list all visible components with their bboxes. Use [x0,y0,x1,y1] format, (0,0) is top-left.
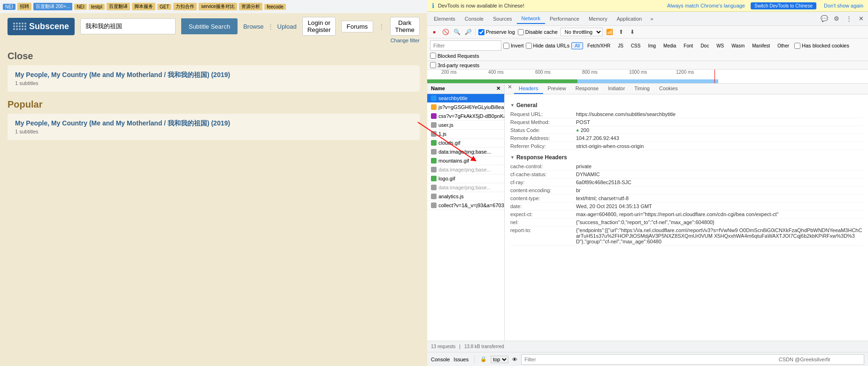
filter-icon[interactable]: 🔍 [453,28,461,36]
filter-fetch[interactable]: Fetch/XHR [584,42,614,49]
has-blocked-checkbox[interactable]: Has blocked cookies [794,43,849,49]
close-details-icon[interactable]: ✕ [507,84,512,94]
tab-console[interactable]: Console [460,14,488,23]
close-col-icon: ✕ [496,86,500,92]
det-tab-initiator[interactable]: Initiator [603,84,630,94]
bookmark-resource[interactable]: 资源分析 [239,3,262,10]
bookmark-translate2[interactable]: 百度翻译 [107,3,130,10]
file-item-mountains[interactable]: mountains.gif [427,156,504,165]
file-item-analytics[interactable]: analytics.js [427,192,504,201]
file-item-css1[interactable]: css?v=7gFkAkX5jD-dB0pnKag... [427,112,504,121]
file-item-data2[interactable]: data:image/png;base... [427,165,504,174]
det-tab-headers[interactable]: Headers [514,84,543,94]
bookmark-leetcode[interactable]: 力扣合作 [173,3,197,10]
bookmark-nei2[interactable]: NEI [74,4,87,10]
close-devtools-icon[interactable]: ✕ [856,14,866,24]
filter-font[interactable]: Font [680,42,696,49]
dont-show-link[interactable]: Don't show again [824,3,863,8]
search-icon[interactable]: 🔎 [464,28,472,36]
devtools-icons: 💬 ⚙ ⋮ ✕ [819,14,866,24]
preserve-log-checkbox[interactable]: Preserve log [478,29,515,35]
filter-css[interactable]: CSS [628,42,644,49]
filter-wasm[interactable]: Wasm [728,42,748,49]
tab-sources[interactable]: Sources [488,14,516,23]
hide-data-urls-checkbox[interactable]: Hide data URLs [526,43,570,49]
wifi-icon[interactable]: 📶 [606,28,614,36]
logo-text: Subscene [29,22,69,31]
bookmark-scripts[interactable]: 脚本服务 [132,3,155,10]
disable-cache-checkbox[interactable]: Disable cache [518,29,558,35]
subscene-logo[interactable]: Subscene [8,18,75,35]
tab-network[interactable]: Network [517,14,545,24]
filter-other[interactable]: Other [774,42,792,49]
file-item-data1[interactable]: data:image/png;base... [427,148,504,156]
det-tab-preview[interactable]: Preview [543,84,571,94]
switch-language-button[interactable]: Switch DevTools to Chinese [751,2,816,9]
record-icon[interactable]: ● [430,28,438,36]
request-url-val[interactable]: https://subscene.com/subtitles/searchbyt… [576,111,862,117]
search-input[interactable] [80,18,176,34]
file-item-clouds[interactable]: clouds.gif [427,139,504,148]
file-item-logo[interactable]: logo.gif [427,174,504,183]
export-icon[interactable]: ⬇ [628,28,637,36]
tab-memory[interactable]: Memory [584,14,612,23]
popular-result-link[interactable]: My People, My Country (Me and My Motherl… [15,119,412,128]
upload-link[interactable]: Upload [277,23,297,30]
feedback-icon[interactable]: 💬 [819,14,830,24]
change-filter-link[interactable]: Change filter [0,38,427,43]
close-result-link[interactable]: My People, My Country (Me and My Motherl… [15,71,412,79]
file-item-1js[interactable]: 1.js [427,130,504,139]
settings-icon[interactable]: ⚙ [831,14,842,24]
file-item-js1[interactable]: js?v=gGSGH6YeGLyiuBi8ea0... [427,103,504,112]
console-separator [474,356,475,363]
filter-doc[interactable]: Doc [697,42,712,49]
filter-all[interactable]: All [571,42,583,49]
browse-link[interactable]: Browse [243,23,263,30]
filter-img[interactable]: Img [645,42,659,49]
import-icon[interactable]: ⬆ [617,28,625,36]
filter-js[interactable]: JS [615,42,627,49]
third-party-checkbox[interactable]: 3rd-party requests [430,62,865,68]
tab-elements[interactable]: Elements [429,14,460,23]
throttle-select[interactable]: No throttling [561,28,603,36]
bookmark-nei[interactable]: NEI [3,4,15,10]
bookmark-translate[interactable]: 百度翻译 200+... [33,3,73,10]
tab-performance[interactable]: Performance [545,14,584,23]
filter-ws[interactable]: WS [713,42,727,49]
bookmark-testpl[interactable]: testpl [89,4,105,10]
general-section-header[interactable]: General [510,102,862,109]
eye-icon: 👁 [512,357,517,362]
login-button[interactable]: Login or Register [302,17,336,36]
tab-application[interactable]: Application [612,14,647,23]
subtitle-search-button[interactable]: Subtitle Search [181,18,238,34]
forums-button[interactable]: Forums [341,21,373,32]
invert-checkbox[interactable]: Invert [503,43,524,49]
bookmark-get[interactable]: GET [157,4,172,10]
filter-manifest[interactable]: Manifest [749,42,773,49]
response-headers-section[interactable]: Response Headers [510,154,862,161]
frame-select[interactable]: top [491,356,508,363]
file-item-searchbytitle[interactable]: searchbytitle [427,94,504,103]
issues-tab-bottom[interactable]: Issues [453,357,469,362]
filter-input[interactable] [430,40,501,51]
bookmark-feecode[interactable]: feecode [264,4,286,10]
blocked-requests-checkbox[interactable]: Blocked Requests [430,53,479,59]
det-tab-timing[interactable]: Timing [630,84,654,94]
dark-theme-button[interactable]: Dark Theme [390,17,420,36]
file-item-collect[interactable]: collect?v=1&_v=j93&a=6703... [427,201,504,210]
more-icon[interactable]: ⋮ [844,14,854,24]
file-icon-gray7 [431,202,437,208]
bookmark-recruit[interactable]: 招聘 [17,3,31,10]
status-row: Status Code: 200 [510,126,862,134]
clear-icon[interactable]: 🚫 [441,28,450,36]
file-item-data3[interactable]: data:image/png;base... [427,183,504,192]
match-language-link[interactable]: Always match Chrome's language [667,3,745,8]
det-tab-response[interactable]: Response [571,84,604,94]
file-item-userjs[interactable]: user.js [427,121,504,130]
det-tab-cookies[interactable]: Cookies [654,84,683,94]
devtools-notification: ℹ DevTools is now available in Chinese! … [427,0,868,12]
bookmark-service[interactable]: service服务对比 [199,3,237,10]
console-tab-bottom[interactable]: Console [431,357,450,362]
tabs-more[interactable]: » [646,14,657,23]
filter-media[interactable]: Media [660,42,679,49]
